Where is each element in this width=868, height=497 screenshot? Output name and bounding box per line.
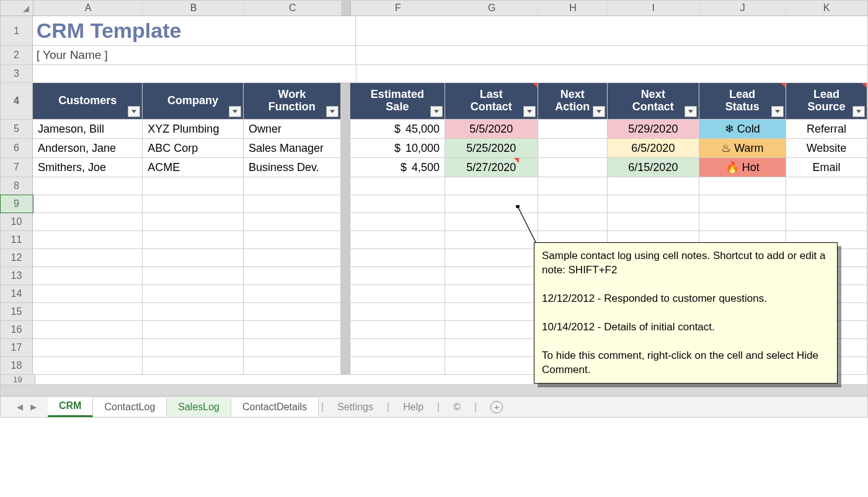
cell-company[interactable]: ABC Corp — [143, 139, 244, 157]
table-header-row: 4 Customers Company Work Function Estima… — [1, 83, 867, 120]
hdr-work-function[interactable]: Work Function — [244, 83, 341, 119]
row-header-11[interactable]: 11 — [1, 231, 33, 248]
row-header-19[interactable]: 19 — [1, 375, 35, 384]
cell-function[interactable]: Sales Manager — [244, 139, 341, 157]
row-header-16[interactable]: 16 — [1, 321, 33, 338]
col-header-J[interactable]: J — [699, 1, 786, 15]
cell-lead-source[interactable]: Referral — [786, 120, 867, 138]
col-header-K[interactable]: K — [786, 1, 867, 15]
select-all-corner[interactable]: ◢ — [1, 1, 33, 15]
col-header-I[interactable]: I — [608, 1, 699, 15]
tab-contactlog[interactable]: ContactLog — [93, 398, 167, 416]
tab-saleslog[interactable]: SalesLog — [167, 398, 231, 416]
cell-customer[interactable]: Jameson, Bill — [33, 120, 143, 138]
hdr-next-action[interactable]: Next Action — [538, 83, 608, 119]
hdr-customers[interactable]: Customers — [33, 83, 143, 119]
cell-customer[interactable]: Anderson, Jane — [33, 139, 143, 157]
spreadsheet: ◢ A B C F G H I J K 1 CRM Template 2 [ Y… — [0, 0, 868, 418]
hdr-lead-status[interactable]: Lead Status — [699, 83, 786, 119]
row-header-6[interactable]: 6 — [1, 139, 33, 157]
cell-sale[interactable]: $10,000 — [350, 139, 445, 157]
table-row: 7 Smithers, Joe ACME Business Dev. $4,50… — [1, 158, 867, 177]
row-header-5[interactable]: 5 — [1, 120, 33, 138]
filter-dropdown-icon[interactable] — [593, 106, 605, 117]
cell-lead-status[interactable]: 🔥 Hot — [699, 158, 786, 177]
row-header-3[interactable]: 3 — [1, 65, 33, 82]
filter-dropdown-icon[interactable] — [684, 106, 697, 117]
row-header-7[interactable]: 7 — [1, 158, 33, 177]
cell-company[interactable]: XYZ Plumbing — [143, 120, 244, 138]
row-header-14[interactable]: 14 — [1, 285, 33, 302]
subtitle-cell[interactable]: [ Your Name ] — [33, 46, 347, 64]
row-header-17[interactable]: 17 — [1, 339, 33, 356]
filter-dropdown-icon[interactable] — [771, 106, 784, 117]
chevron-right-icon[interactable]: ▶ — [30, 402, 37, 411]
col-header-A[interactable]: A — [33, 1, 143, 15]
col-header-B[interactable]: B — [143, 1, 244, 15]
row-2: 2 [ Your Name ] — [1, 46, 867, 65]
hdr-lead-source[interactable]: Lead Source — [786, 83, 867, 119]
tab-nav-arrows[interactable]: ◀▶ — [6, 402, 48, 411]
filter-dropdown-icon[interactable] — [128, 106, 140, 117]
cell-next-action[interactable] — [538, 158, 608, 177]
hdr-estimated-sale[interactable]: Estimated Sale — [350, 83, 445, 119]
horizontal-scrollbar[interactable] — [1, 385, 867, 396]
title-cell[interactable]: CRM Template — [33, 16, 347, 45]
tab-crm[interactable]: CRM — [48, 397, 93, 417]
comment-line: To hide this comment, right-click on the… — [542, 349, 830, 377]
row-header-9[interactable]: 9 — [1, 195, 33, 213]
cell-lead-source[interactable]: Email — [786, 158, 867, 177]
cell-function[interactable]: Owner — [244, 120, 341, 138]
cell-customer[interactable]: Smithers, Joe — [33, 158, 143, 177]
cell-next-contact[interactable]: 6/5/2020 — [608, 139, 699, 157]
tab-contactdetails[interactable]: ContactDetails — [231, 398, 319, 416]
hdr-next-contact[interactable]: Next Contact — [608, 83, 699, 119]
filter-dropdown-icon[interactable] — [523, 106, 536, 117]
row-header-4[interactable]: 4 — [1, 83, 33, 119]
col-header-H[interactable]: H — [538, 1, 608, 15]
row-header-13[interactable]: 13 — [1, 267, 33, 284]
tab-help[interactable]: Help — [392, 398, 435, 416]
cell-last-contact[interactable]: 5/27/2020 — [445, 158, 538, 177]
cell-last-contact[interactable]: 5/5/2020 — [445, 120, 538, 138]
svg-line-0 — [518, 206, 538, 246]
hdr-company[interactable]: Company — [143, 83, 244, 119]
row-header-12[interactable]: 12 — [1, 249, 33, 266]
cell-sale[interactable]: $45,000 — [350, 120, 445, 138]
row-header-8[interactable]: 8 — [1, 177, 33, 195]
row-header-18[interactable]: 18 — [1, 357, 33, 374]
filter-dropdown-icon[interactable] — [852, 106, 865, 117]
cell-next-contact[interactable]: 5/29/2020 — [608, 120, 699, 138]
steam-icon: ♨ — [721, 141, 731, 155]
row-header-2[interactable]: 2 — [1, 46, 33, 64]
snowflake-icon: ❄ — [725, 122, 734, 136]
hdr-last-contact[interactable]: Last Contact — [445, 83, 538, 119]
cell-next-action[interactable] — [538, 120, 608, 138]
tab-copyright[interactable]: © — [442, 398, 472, 416]
cell-comment-popup[interactable]: Sample contact log using cell notes. Sho… — [534, 242, 838, 384]
col-header-C[interactable]: C — [244, 1, 342, 15]
row-1: 1 CRM Template — [1, 16, 867, 46]
cell-sale[interactable]: $4,500 — [350, 158, 445, 177]
filter-dropdown-icon[interactable] — [430, 106, 443, 117]
col-header-G[interactable]: G — [446, 1, 538, 15]
cell-next-action[interactable] — [538, 139, 608, 157]
hidden-cols-DE[interactable] — [342, 1, 351, 15]
cell-lead-status[interactable]: ♨ Warm — [699, 139, 786, 157]
filter-dropdown-icon[interactable] — [229, 106, 241, 117]
cell-lead-source[interactable]: Website — [786, 139, 867, 157]
cell-last-contact[interactable]: 5/25/2020 — [445, 139, 538, 157]
note-indicator-icon[interactable] — [514, 158, 519, 163]
row-header-1[interactable]: 1 — [1, 16, 33, 45]
new-sheet-button[interactable]: + — [479, 397, 514, 417]
tab-settings[interactable]: Settings — [326, 398, 384, 416]
filter-dropdown-icon[interactable] — [326, 106, 339, 117]
col-header-F[interactable]: F — [351, 1, 446, 15]
cell-next-contact[interactable]: 6/15/2020 — [608, 158, 699, 177]
cell-function[interactable]: Business Dev. — [244, 158, 341, 177]
row-header-10[interactable]: 10 — [1, 213, 33, 231]
chevron-left-icon[interactable]: ◀ — [17, 402, 23, 411]
cell-company[interactable]: ACME — [143, 158, 244, 177]
cell-lead-status[interactable]: ❄ Cold — [699, 120, 786, 138]
row-header-15[interactable]: 15 — [1, 303, 33, 320]
